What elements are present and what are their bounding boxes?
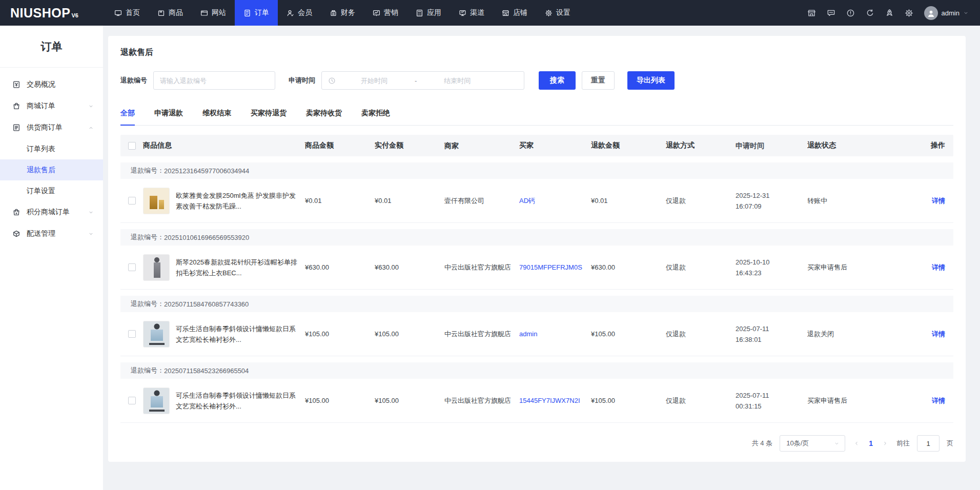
detail-link[interactable]: 详情: [932, 330, 945, 339]
nav-item-order[interactable]: 订单: [235, 0, 278, 26]
nav-item-member[interactable]: 会员: [278, 0, 321, 26]
refund-no-row: 退款编号：20251231645977006034944: [120, 162, 953, 179]
product-name: 斯琴2025春新款提花针织开衫连帽衫单排扣毛衫宽松上衣BEC...: [176, 257, 298, 278]
goods-amount: ¥105.00: [305, 397, 375, 404]
sidebar-subitem-order-list[interactable]: 订单列表: [0, 138, 103, 159]
row-checkbox[interactable]: [128, 197, 136, 205]
nav-item-label: 会员: [298, 8, 312, 17]
tab-rights-ended[interactable]: 维权结束: [202, 103, 231, 125]
trade-overview-icon: [12, 80, 21, 89]
buyer-link[interactable]: admin: [519, 330, 537, 338]
select-all-checkbox[interactable]: [128, 142, 136, 150]
tab-label: 申请退款: [154, 109, 183, 117]
reset-button[interactable]: 重置: [582, 71, 615, 90]
buyer-link[interactable]: 15445FY7IJWX7N2I: [519, 397, 580, 404]
apply-time: 2025-12-31 16:07:09: [736, 190, 807, 212]
pagination: 共 4 条 10条/页 1 前往 页: [120, 435, 953, 452]
row-checkbox[interactable]: [128, 263, 136, 271]
nav-item-finance[interactable]: 财务: [321, 0, 364, 26]
sidebar-item-delivery[interactable]: 配送管理: [0, 223, 103, 244]
table-header: 商品信息商品金额实付金额商家买家退款金额退款方式申请时间退款状态操作: [120, 135, 953, 156]
tab-seller-to-receive[interactable]: 卖家待收货: [306, 103, 342, 125]
search-button[interactable]: 搜索: [539, 71, 576, 90]
nav-item-channel[interactable]: 渠道: [450, 0, 493, 26]
sidebar-subitem-order-settings[interactable]: 订单设置: [0, 180, 103, 201]
refund-no: 20250711584523266965504: [164, 367, 249, 375]
sidebar-subitem-refund-aftersale[interactable]: 退款售后: [0, 159, 103, 180]
next-page-button[interactable]: [881, 440, 889, 446]
refund-amount: ¥0.01: [591, 197, 666, 205]
refund-amount: ¥630.00: [591, 263, 666, 271]
rocket-button[interactable]: [885, 9, 894, 17]
refunds-table: 商品信息商品金额实付金额商家买家退款金额退款方式申请时间退款状态操作 退款编号：…: [120, 135, 953, 423]
nav-item-website[interactable]: 网站: [192, 0, 235, 26]
apply-time-range-picker[interactable]: -: [321, 71, 524, 90]
nav-item-home[interactable]: 首页: [106, 0, 149, 26]
detail-link[interactable]: 详情: [932, 396, 945, 405]
rocket-icon: [885, 9, 894, 17]
nav-item-marketing[interactable]: 营销: [364, 0, 407, 26]
export-list-button[interactable]: 导出列表: [627, 71, 675, 90]
alert-button[interactable]: [846, 9, 855, 17]
refund-no-input[interactable]: [153, 71, 275, 90]
tab-label: 维权结束: [202, 109, 231, 117]
start-time-input[interactable]: [336, 77, 413, 85]
detail-link[interactable]: 详情: [932, 263, 945, 272]
buyer-link[interactable]: AD钙: [519, 197, 535, 205]
nav-item-apps[interactable]: 应用: [407, 0, 450, 26]
nav-item-label: 营销: [384, 8, 398, 17]
tab-buyer-to-return[interactable]: 买家待退货: [251, 103, 287, 125]
row-checkbox[interactable]: [128, 330, 136, 338]
goto-page-input[interactable]: [917, 435, 940, 452]
row-checkbox[interactable]: [128, 397, 136, 404]
chevron-down-icon: [834, 441, 840, 446]
refund-method: 仅退款: [666, 196, 736, 206]
prev-page-button[interactable]: [852, 440, 861, 446]
sidebar-item-label: 商城订单: [27, 101, 88, 111]
tab-all[interactable]: 全部: [120, 103, 135, 125]
nav-item-label: 渠道: [470, 8, 484, 17]
gear-button[interactable]: [905, 9, 913, 17]
monitor-icon: [114, 9, 122, 17]
sidebar-item-trade-overview[interactable]: 交易概况: [0, 74, 103, 95]
sidebar-item-mall-order[interactable]: 商城订单: [0, 95, 103, 117]
refund-method: 仅退款: [666, 396, 736, 405]
storefront-button[interactable]: [807, 9, 816, 17]
refund-no-prefix: 退款编号：: [131, 166, 164, 175]
refresh-icon: [866, 9, 874, 17]
tab-seller-reject[interactable]: 卖家拒绝: [361, 103, 390, 125]
refund-amount: ¥105.00: [591, 330, 666, 338]
sidebar-item-supplier-order[interactable]: 供货商订单: [0, 117, 103, 138]
paid-amount: ¥105.00: [375, 330, 444, 338]
product-image: [143, 188, 170, 214]
tab-apply-refund[interactable]: 申请退款: [154, 103, 183, 125]
buyer-link[interactable]: 79015MFPEFRJM0S: [519, 263, 582, 271]
page-size-select[interactable]: 10条/页: [780, 435, 845, 452]
current-page[interactable]: 1: [868, 439, 874, 447]
nav-item-label: 首页: [126, 8, 140, 17]
message-button[interactable]: [827, 9, 835, 17]
points-mall-icon: [12, 208, 21, 216]
nav-item-settings[interactable]: 设置: [536, 0, 579, 26]
refund-status: 转账中: [807, 196, 899, 206]
nav-item-shop[interactable]: 店铺: [493, 0, 536, 26]
table-body: 退款编号：20251231645977006034944 欧莱雅黄金发膜250m…: [120, 162, 953, 423]
nav-item-goods[interactable]: 商品: [149, 0, 192, 26]
apply-date: 2025-07-11: [736, 390, 802, 401]
gear-icon: [545, 9, 553, 17]
detail-link[interactable]: 详情: [932, 196, 945, 206]
column-header: 实付金额: [375, 141, 444, 150]
sidebar-subitem-label: 退款售后: [27, 166, 55, 175]
user-menu[interactable]: admin: [924, 6, 969, 20]
sidebar-item-points-mall-order[interactable]: 积分商城订单: [0, 201, 103, 223]
end-time-input[interactable]: [419, 77, 496, 85]
page-size-value: 10条/页: [786, 439, 834, 448]
sidebar-item-label: 配送管理: [27, 229, 88, 238]
refund-status: 买家申请售后: [807, 263, 899, 272]
nav-item-label: 商品: [169, 8, 183, 17]
date-range-separator: -: [413, 77, 419, 85]
brand-logo[interactable]: NIUSHOP V6: [0, 6, 106, 21]
refund-group: 退款编号：20251231645977006034944 欧莱雅黄金发膜250m…: [120, 162, 953, 223]
refresh-button[interactable]: [866, 9, 874, 17]
goto-label: 前往: [896, 439, 910, 448]
